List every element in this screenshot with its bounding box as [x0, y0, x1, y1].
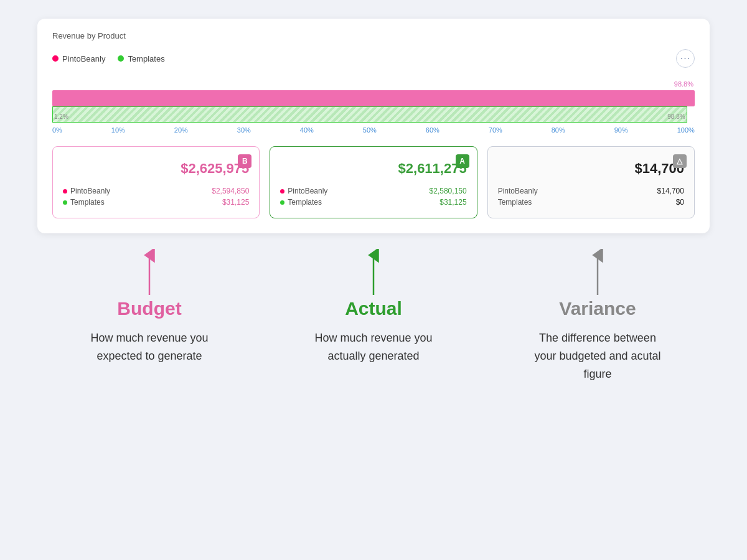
- budget-desc: How much revenue you expected to generat…: [81, 329, 218, 365]
- actual-explanation: Actual How much revenue you actually gen…: [261, 246, 486, 383]
- bar-label-left: 1.2%: [54, 113, 68, 120]
- actual-total: $2,611,275: [280, 161, 466, 177]
- actual-desc: How much revenue you actually generated: [305, 329, 442, 365]
- budget-line2-value: $31,125: [222, 198, 249, 207]
- budget-explanation: Budget How much revenue you expected to …: [37, 246, 261, 383]
- variance-total: $14,700: [498, 161, 684, 177]
- legend-dot-pink: [52, 55, 59, 62]
- bar-label-right: 98.8%: [667, 113, 685, 120]
- actual-line1-value: $2,580,150: [430, 187, 467, 195]
- bottom-section: Budget How much revenue you expected to …: [37, 246, 710, 383]
- axis-10: 10%: [111, 126, 125, 134]
- actual-line1-label: PintoBeanly: [288, 187, 327, 195]
- actual-line1: PintoBeanly $2,580,150: [280, 187, 466, 195]
- legend-item-green: Templates: [118, 54, 164, 63]
- budget-line1-label: PintoBeanly: [70, 187, 110, 195]
- actual-title: Actual: [345, 298, 402, 319]
- axis-70: 70%: [489, 126, 502, 134]
- actual-badge: A: [456, 154, 469, 168]
- dot-pink-actual: [280, 189, 284, 194]
- budget-arrow-container: [140, 246, 159, 296]
- actual-card: A $2,611,275 PintoBeanly $2,580,150 Temp…: [270, 146, 477, 218]
- bar-chart-area: 98.8% 1.2% 98.8% 0% 10% 20% 30% 40% 50% …: [52, 80, 695, 134]
- actual-arrow-icon: [364, 249, 383, 296]
- budget-badge: B: [238, 154, 251, 168]
- axis-90: 90%: [614, 126, 628, 134]
- variance-line2-label: Templates: [498, 198, 532, 207]
- budget-card: B $2,625,975 PintoBeanly $2,594,850 Temp…: [52, 146, 260, 218]
- legend-dot-green: [118, 55, 124, 62]
- actual-line2-value: $31,125: [439, 198, 466, 207]
- bar-wrapper: 1.2% 98.8%: [52, 90, 695, 123]
- dot-green-budget: [63, 200, 67, 205]
- budget-arrow-icon: [140, 249, 159, 296]
- variance-line2-value: $0: [676, 198, 684, 207]
- actual-arrow-container: [364, 246, 383, 296]
- budget-total: $2,625,975: [63, 161, 249, 177]
- legend-label-pink: PintoBeanly: [62, 54, 105, 63]
- axis-60: 60%: [426, 126, 439, 134]
- legend-item-pink: PintoBeanly: [52, 54, 105, 63]
- variance-arrow-icon: [588, 249, 607, 296]
- variance-line1-value: $14,700: [657, 187, 684, 195]
- more-options-button[interactable]: ···: [676, 49, 695, 68]
- variance-desc: The difference between your budgeted and…: [529, 329, 666, 383]
- axis-50: 50%: [363, 126, 377, 134]
- axis-40: 40%: [300, 126, 314, 134]
- axis-0: 0%: [52, 126, 62, 134]
- budget-line2: Templates $31,125: [63, 198, 249, 207]
- chart-card: Revenue by Product PintoBeanly Templates…: [37, 19, 710, 233]
- page-container: Revenue by Product PintoBeanly Templates…: [37, 19, 710, 383]
- variance-title: Variance: [559, 298, 636, 319]
- legend-row: PintoBeanly Templates ···: [52, 49, 695, 68]
- variance-line1-label: PintoBeanly: [498, 187, 538, 195]
- variance-card: △ $14,700 PintoBeanly $14,700 Templates …: [487, 146, 695, 218]
- axis-row: 0% 10% 20% 30% 40% 50% 60% 70% 80% 90% 1…: [52, 126, 695, 134]
- dot-green-actual: [280, 200, 284, 205]
- variance-line2: Templates $0: [498, 198, 684, 207]
- budget-line1-value: $2,594,850: [212, 187, 249, 195]
- variance-line1: PintoBeanly $14,700: [498, 187, 684, 195]
- variance-explanation: Variance The difference between your bud…: [486, 246, 710, 383]
- chart-title: Revenue by Product: [52, 31, 695, 40]
- budget-line1: PintoBeanly $2,594,850: [63, 187, 249, 195]
- actual-line2-label: Templates: [288, 198, 322, 207]
- axis-30: 30%: [237, 126, 251, 134]
- budget-line2-label: Templates: [70, 198, 105, 207]
- top-bar-label: 98.8%: [52, 80, 695, 88]
- axis-20: 20%: [174, 126, 188, 134]
- variance-badge: △: [673, 154, 687, 168]
- legend-label-green: Templates: [128, 54, 164, 63]
- budget-title: Budget: [117, 298, 181, 319]
- axis-80: 80%: [552, 126, 565, 134]
- variance-arrow-container: [588, 246, 607, 296]
- actual-line2: Templates $31,125: [280, 198, 466, 207]
- bar-green: 1.2% 98.8%: [52, 106, 687, 123]
- summary-row: B $2,625,975 PintoBeanly $2,594,850 Temp…: [52, 146, 695, 218]
- dot-pink-budget: [63, 189, 67, 194]
- axis-100: 100%: [677, 126, 695, 134]
- bar-pink: [52, 90, 695, 106]
